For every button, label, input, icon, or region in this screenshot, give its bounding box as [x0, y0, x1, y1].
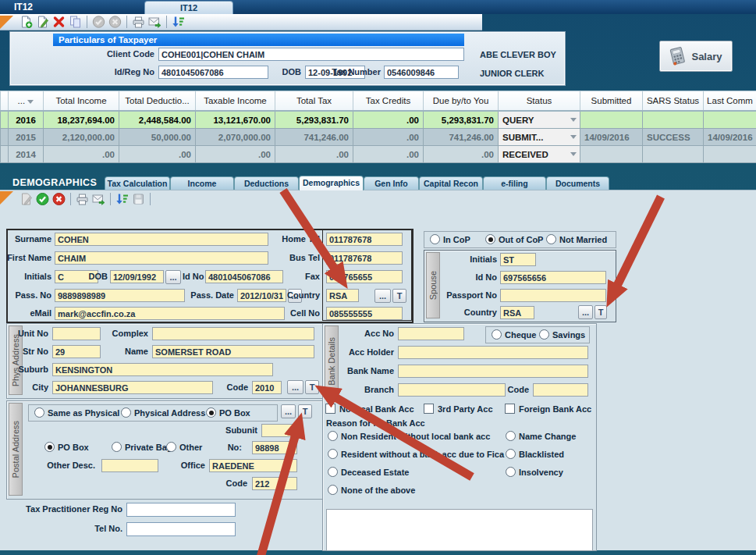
radio-po-box-type[interactable]: PO Box: [206, 407, 250, 418]
bank-name-field[interactable]: [398, 365, 588, 378]
radio-private-bag[interactable]: Private Bag: [112, 442, 172, 452]
col-total-income[interactable]: Total Income: [44, 91, 119, 112]
acc-holder-field[interactable]: [398, 346, 588, 359]
tax-number-field[interactable]: [384, 66, 459, 79]
bus-tel-field[interactable]: [326, 251, 403, 265]
id-reg-field[interactable]: [158, 66, 268, 79]
phys-code-field[interactable]: [252, 381, 282, 394]
new-record-icon[interactable]: [19, 15, 34, 29]
radio-cheque[interactable]: Cheque: [492, 329, 536, 340]
radio-po-box[interactable]: PO Box: [44, 442, 89, 452]
other-desc-field[interactable]: [101, 459, 158, 472]
table-row-2015[interactable]: 2015 2,120,000.00 50,000.00 2,070,000.00…: [1, 129, 756, 146]
spouse-passport-field[interactable]: [500, 289, 606, 302]
radio-name-change[interactable]: Name Change: [506, 431, 576, 441]
col-status[interactable]: Status: [499, 91, 580, 112]
checkbox-foreign-bank-acc[interactable]: Foreign Bank Acc: [505, 404, 591, 414]
phys-code-lookup-button[interactable]: ...: [287, 380, 303, 394]
radio-not-married[interactable]: Not Married: [546, 234, 607, 244]
subunit-field[interactable]: [261, 424, 297, 437]
cell-no-field[interactable]: [326, 307, 403, 320]
checkbox-no-local-bank-acc[interactable]: No local Bank Acc: [325, 404, 414, 414]
col-year[interactable]: ...: [9, 91, 44, 112]
col-total-tax[interactable]: Total Tax: [275, 91, 353, 112]
tab-income[interactable]: Income: [170, 176, 234, 190]
tab-gen-info[interactable]: Gen Info: [364, 176, 419, 190]
dob-lookup-button[interactable]: ...: [165, 270, 181, 284]
sort-icon[interactable]: [115, 192, 130, 206]
dob-field[interactable]: [110, 270, 164, 283]
col-last-comm[interactable]: Last Comm: [704, 91, 756, 112]
radio-out-of-cop[interactable]: Out of CoP: [485, 234, 543, 244]
phys-code-t-button[interactable]: T: [305, 380, 319, 394]
status-dropdown[interactable]: SUBMIT...: [499, 129, 580, 146]
col-total-deductions[interactable]: Total Deductio...: [119, 91, 196, 112]
col-sars-status[interactable]: SARS Status: [643, 91, 704, 112]
office-field[interactable]: [209, 459, 297, 472]
postal-lookup-button[interactable]: ...: [281, 404, 296, 418]
col-taxable-income[interactable]: Taxable Income: [196, 91, 275, 112]
table-row-2016[interactable]: 2016 18,237,694.00 2,448,584.00 13,121,6…: [1, 111, 756, 129]
radio-resident-fica[interactable]: Resident without a bank acc due to Fica: [328, 449, 504, 459]
country-t-button[interactable]: T: [392, 289, 406, 303]
col-tax-credits[interactable]: Tax Credits: [353, 91, 424, 112]
practitioner-reg-field[interactable]: [126, 503, 236, 517]
email-field[interactable]: [55, 307, 285, 320]
radio-none-of-the-above[interactable]: None of the above: [328, 485, 415, 495]
complex-name-field[interactable]: [152, 345, 314, 358]
sort-icon[interactable]: [171, 15, 186, 29]
accept-icon[interactable]: [35, 192, 50, 206]
year-cell[interactable]: 2015: [9, 129, 44, 146]
practitioner-tel-field[interactable]: [126, 522, 236, 536]
branch-code-field[interactable]: [533, 383, 588, 397]
surname-field[interactable]: [55, 233, 268, 246]
branch-field[interactable]: [398, 383, 506, 397]
suburb-field[interactable]: [52, 363, 273, 376]
table-row-2014[interactable]: 2014 .00 .00 .00 .00 .00 .00 RECEIVED: [1, 146, 756, 163]
radio-in-cop[interactable]: In CoP: [430, 234, 470, 244]
checkbox-3rd-party-acc[interactable]: 3rd Party Acc: [424, 404, 493, 414]
client-code-field[interactable]: [158, 48, 464, 61]
city-field[interactable]: [52, 381, 213, 394]
country-lookup-button[interactable]: ...: [374, 289, 391, 303]
col-due[interactable]: Due by/to You: [424, 91, 499, 112]
complex-field[interactable]: [152, 327, 314, 340]
delete-record-icon[interactable]: [51, 15, 66, 29]
email-icon[interactable]: [147, 15, 162, 29]
tab-capital-recon[interactable]: Capital Recon: [419, 176, 483, 190]
status-dropdown[interactable]: QUERY: [499, 111, 580, 129]
col-submitted[interactable]: Submitted: [580, 91, 643, 112]
str-no-field[interactable]: [52, 345, 101, 358]
salary-button[interactable]: Salary: [659, 41, 733, 72]
document-tab-it12[interactable]: IT12: [144, 1, 233, 15]
radio-non-resident[interactable]: Non Resident without local bank acc: [328, 431, 490, 441]
radio-other[interactable]: Other: [166, 442, 202, 452]
tab-demographics[interactable]: Demographics: [299, 176, 364, 190]
radio-blacklisted[interactable]: Blacklisted: [506, 449, 564, 459]
spouse-id-no-field[interactable]: [500, 271, 606, 284]
edit-record-icon[interactable]: [35, 15, 50, 29]
id-no-field[interactable]: [205, 270, 283, 283]
year-cell[interactable]: 2014: [9, 146, 44, 163]
cancel-icon[interactable]: [51, 192, 66, 206]
spouse-country-lookup-button[interactable]: ...: [578, 305, 593, 319]
tab-documents[interactable]: Documents: [546, 176, 609, 190]
pass-date-field[interactable]: [237, 289, 286, 302]
country-field[interactable]: [326, 289, 359, 302]
postal-t-button[interactable]: T: [298, 404, 312, 418]
fax-field[interactable]: [326, 270, 403, 283]
unit-no-field[interactable]: [52, 327, 101, 340]
pass-no-field[interactable]: [55, 289, 185, 302]
radio-savings[interactable]: Savings: [539, 329, 585, 340]
radio-deceased-estate[interactable]: Deceased Estate: [328, 467, 409, 477]
radio-physical-address[interactable]: Physical Address: [121, 407, 205, 418]
status-dropdown[interactable]: RECEIVED: [499, 146, 580, 163]
email-icon[interactable]: [91, 192, 106, 206]
spouse-country-field[interactable]: [500, 306, 534, 319]
print-icon[interactable]: [75, 192, 90, 206]
bank-notes-textarea[interactable]: [326, 509, 593, 551]
first-name-field[interactable]: [55, 251, 268, 265]
acc-no-field[interactable]: [398, 327, 464, 340]
tab-e-filing[interactable]: e-filing: [483, 176, 546, 190]
copy-record-icon[interactable]: [68, 15, 83, 29]
